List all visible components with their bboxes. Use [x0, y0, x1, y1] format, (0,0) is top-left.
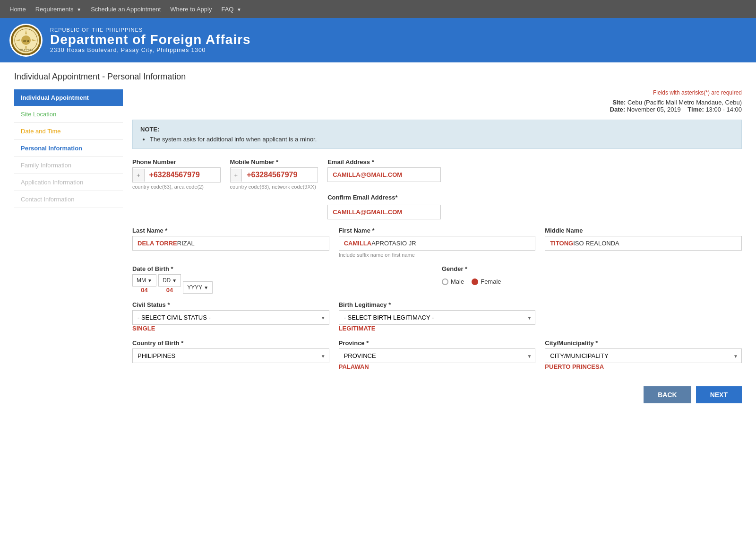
header-address: 2330 Roxas Boulevard, Pasay City, Philip…: [50, 47, 251, 53]
civil-status-wrapper: - SELECT CIVIL STATUS - SINGLE MARRIED ▼: [132, 310, 329, 325]
middle-name-suffix: ISO REALONDA: [573, 240, 619, 247]
page-title: Individual Appointment - Personal Inform…: [14, 72, 742, 82]
dob-dd-select[interactable]: DD ▼ 04: [158, 274, 181, 294]
gender-female-option[interactable]: Female: [472, 278, 501, 285]
site-label: Site:: [612, 99, 626, 106]
logo-container: DFA PHILIPPINES: [9, 24, 43, 57]
first-name-red: CAMILLA: [344, 240, 372, 247]
svg-text:DFA: DFA: [23, 39, 29, 43]
province-label: Province *: [339, 339, 536, 347]
email-label: Email Address *: [327, 158, 441, 165]
middle-name-label: Middle Name: [545, 227, 742, 234]
next-button[interactable]: NEXT: [696, 386, 742, 403]
phone-group: Phone Number + country code(63), area co…: [132, 158, 221, 190]
dob-mm-value: 04: [141, 287, 147, 294]
dropdown-arrow: ▼: [77, 7, 81, 12]
civil-legit-row: Civil Status * - SELECT CIVIL STATUS - S…: [132, 301, 742, 332]
gender-male-option[interactable]: Male: [442, 278, 464, 285]
dob-label: Date of Birth *: [132, 265, 432, 272]
civil-status-group: Civil Status * - SELECT CIVIL STATUS - S…: [132, 301, 329, 332]
nav-schedule[interactable]: Schedule an Appointment: [91, 1, 161, 17]
dob-mm-arrow: ▼: [147, 278, 152, 283]
date-label: Date:: [610, 106, 626, 113]
phone-input-group[interactable]: +: [132, 167, 221, 183]
nav-home[interactable]: Home: [9, 1, 26, 17]
civil-status-select[interactable]: - SELECT CIVIL STATUS - SINGLE MARRIED: [132, 310, 329, 325]
form-area: Fields with asterisks(*) are required Si…: [132, 89, 742, 403]
date-value: November 05, 2019: [627, 106, 681, 113]
dob-yyyy-label: YYYY: [187, 284, 202, 291]
province-wrapper: PROVINCE ▼: [339, 348, 536, 363]
gender-male-radio[interactable]: [442, 278, 448, 285]
email-input[interactable]: [327, 167, 441, 182]
site-value: Cebu (Pacific Mall Metro Mandaue, Cebu): [627, 99, 742, 106]
dob-mm-select[interactable]: MM ▼ 04: [132, 274, 156, 294]
logo-emblem: DFA PHILIPPINES: [11, 25, 41, 55]
city-select[interactable]: CITY/MUNICIPALITY: [545, 348, 742, 363]
dob-dd-arrow: ▼: [172, 278, 177, 283]
sidebar: Individual Appointment Site Location Dat…: [14, 89, 123, 403]
sidebar-item-contact-info: Contact Information: [14, 191, 123, 208]
gender-female-radio[interactable]: [472, 278, 478, 285]
dob-yyyy-arrow: ▼: [204, 285, 208, 290]
note-title: NOTE:: [140, 126, 734, 133]
nav-requirements[interactable]: Requirements ▼: [35, 1, 81, 17]
gender-label: Gender *: [442, 265, 742, 272]
nav-where-to-apply[interactable]: Where to Apply: [170, 1, 212, 17]
confirm-email-input[interactable]: [327, 205, 441, 219]
back-button[interactable]: BACK: [644, 386, 691, 403]
mobile-group: Mobile Number * + country code(63), netw…: [230, 158, 318, 190]
name-row: Last Name * DELA TORRERIZAL First Name *…: [132, 227, 742, 258]
dropdown-arrow-faq: ▼: [237, 7, 241, 12]
email-group: Email Address * Confirm Email Address*: [327, 158, 441, 219]
country-birth-select[interactable]: PHILIPPINES: [132, 348, 329, 363]
country-birth-group: Country of Birth * PHILIPPINES ▼: [132, 339, 329, 363]
country-birth-wrapper: PHILIPPINES ▼: [132, 348, 329, 363]
time-label: Time:: [687, 106, 704, 113]
civil-status-value: SINGLE: [132, 325, 329, 332]
dob-dd-label: DD: [163, 277, 171, 284]
note-box: NOTE: The system asks for additional inf…: [132, 120, 742, 149]
site-info: Site: Cebu (Pacific Mall Metro Mandaue, …: [132, 99, 742, 113]
dept-name: Department of Foreign Affairs: [50, 33, 251, 47]
sidebar-item-personal-info[interactable]: Personal Information: [14, 140, 123, 157]
mobile-input-group[interactable]: +: [230, 167, 318, 183]
civil-status-label: Civil Status *: [132, 301, 329, 308]
dob-yyyy-select[interactable]: YYYY ▼: [183, 281, 213, 294]
header-text: Republic of the Philippines Department o…: [50, 27, 251, 54]
gender-group: Gender * Male Female: [442, 265, 742, 285]
republic-text: Republic of the Philippines: [50, 27, 251, 33]
birth-legit-select[interactable]: - SELECT BIRTH LEGITIMACY - LEGITIMATE I…: [339, 310, 536, 325]
mobile-input[interactable]: [242, 168, 318, 182]
main-layout: Individual Appointment Site Location Dat…: [14, 89, 742, 403]
middle-name-display[interactable]: TITONGISO REALONDA: [545, 236, 742, 251]
sidebar-item-site-location[interactable]: Site Location: [14, 106, 123, 123]
province-select[interactable]: PROVINCE: [339, 348, 536, 363]
middle-name-red: TITONG: [550, 240, 573, 247]
birth-legit-label: Birth Legitimacy *: [339, 301, 536, 308]
first-name-display[interactable]: CAMILLAAPROTASIO JR: [339, 236, 536, 251]
country-birth-label: Country of Birth *: [132, 339, 329, 347]
first-name-suffix: APROTASIO JR: [371, 240, 416, 247]
city-label: City/Municipality *: [545, 339, 742, 347]
sidebar-item-date-time[interactable]: Date and Time: [14, 123, 123, 140]
last-name-suffix: RIZAL: [177, 240, 195, 247]
phone-hint: country code(63), area code(2): [132, 184, 221, 190]
time-value: 13:00 - 14:00: [705, 106, 742, 113]
location-row: Country of Birth * PHILIPPINES ▼ Provinc…: [132, 339, 742, 370]
confirm-email-label: Confirm Email Address*: [327, 194, 441, 201]
gender-female-label: Female: [481, 278, 501, 285]
nav-faq[interactable]: FAQ ▼: [221, 1, 241, 17]
sidebar-header: Individual Appointment: [14, 89, 123, 106]
dob-dd-value: 04: [166, 287, 173, 294]
birth-legit-wrapper: - SELECT BIRTH LEGITIMACY - LEGITIMATE I…: [339, 310, 536, 325]
dob-group: Date of Birth * MM ▼ 04 DD: [132, 265, 432, 294]
last-name-display[interactable]: DELA TORRERIZAL: [132, 236, 329, 251]
last-name-group: Last Name * DELA TORRERIZAL: [132, 227, 329, 251]
contact-row: Phone Number + country code(63), area co…: [132, 158, 742, 219]
mobile-hint: country code(63), network code(9XX): [230, 184, 318, 190]
phone-input[interactable]: [145, 168, 220, 182]
sidebar-item-application-info: Application Information: [14, 174, 123, 191]
phone-label: Phone Number: [132, 158, 221, 165]
first-name-group: First Name * CAMILLAAPROTASIO JR Include…: [339, 227, 536, 258]
